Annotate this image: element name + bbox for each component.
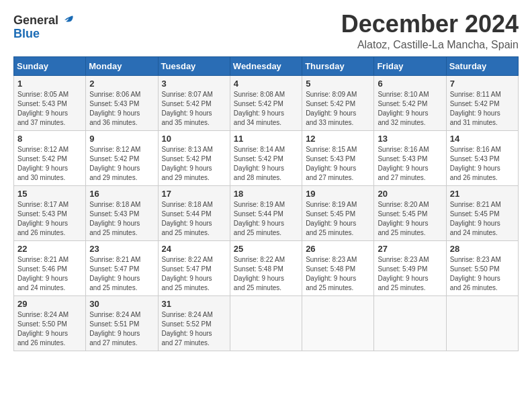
calendar-header-monday: Monday: [86, 56, 158, 75]
calendar-cell: 28Sunrise: 8:23 AM Sunset: 5:50 PM Dayli…: [446, 240, 518, 295]
day-detail: Sunrise: 8:22 AM Sunset: 5:47 PM Dayligh…: [162, 255, 226, 293]
calendar-cell: 30Sunrise: 8:24 AM Sunset: 5:51 PM Dayli…: [86, 295, 158, 351]
page-container: General Blue December 2024 Alatoz, Casti…: [0, 0, 532, 358]
calendar-cell: 12Sunrise: 8:15 AM Sunset: 5:43 PM Dayli…: [302, 130, 374, 185]
day-detail: Sunrise: 8:14 AM Sunset: 5:42 PM Dayligh…: [234, 145, 298, 183]
calendar-header-thursday: Thursday: [302, 56, 374, 75]
day-number: 6: [378, 79, 442, 89]
day-number: 14: [450, 134, 515, 144]
day-detail: Sunrise: 8:21 AM Sunset: 5:47 PM Dayligh…: [89, 255, 154, 293]
calendar-cell: 26Sunrise: 8:23 AM Sunset: 5:48 PM Dayli…: [302, 240, 374, 295]
day-detail: Sunrise: 8:19 AM Sunset: 5:44 PM Dayligh…: [234, 200, 298, 238]
day-number: 18: [234, 189, 298, 199]
day-detail: Sunrise: 8:21 AM Sunset: 5:46 PM Dayligh…: [17, 255, 82, 293]
calendar-header-row: SundayMondayTuesdayWednesdayThursdayFrid…: [14, 56, 519, 75]
calendar-cell: 17Sunrise: 8:18 AM Sunset: 5:44 PM Dayli…: [158, 185, 230, 240]
day-detail: Sunrise: 8:10 AM Sunset: 5:42 PM Dayligh…: [378, 90, 442, 128]
calendar-cell: 11Sunrise: 8:14 AM Sunset: 5:42 PM Dayli…: [230, 130, 302, 185]
calendar-cell: 22Sunrise: 8:21 AM Sunset: 5:46 PM Dayli…: [14, 240, 86, 295]
day-number: 2: [89, 79, 154, 89]
calendar-header-tuesday: Tuesday: [158, 56, 230, 75]
day-number: 30: [89, 299, 154, 309]
calendar-cell: 13Sunrise: 8:16 AM Sunset: 5:43 PM Dayli…: [374, 130, 446, 185]
day-number: 29: [17, 299, 82, 309]
location: Alatoz, Castille-La Mancha, Spain: [341, 39, 519, 51]
day-number: 24: [162, 244, 226, 254]
day-detail: Sunrise: 8:24 AM Sunset: 5:50 PM Dayligh…: [17, 310, 82, 348]
calendar-cell: 3Sunrise: 8:07 AM Sunset: 5:42 PM Daylig…: [158, 75, 230, 130]
day-detail: Sunrise: 8:23 AM Sunset: 5:49 PM Dayligh…: [378, 255, 442, 293]
calendar-cell: 25Sunrise: 8:22 AM Sunset: 5:48 PM Dayli…: [230, 240, 302, 295]
day-detail: Sunrise: 8:18 AM Sunset: 5:44 PM Dayligh…: [162, 200, 226, 238]
day-detail: Sunrise: 8:20 AM Sunset: 5:45 PM Dayligh…: [378, 200, 442, 238]
calendar-cell: 23Sunrise: 8:21 AM Sunset: 5:47 PM Dayli…: [86, 240, 158, 295]
day-detail: Sunrise: 8:06 AM Sunset: 5:43 PM Dayligh…: [89, 90, 154, 128]
calendar-cell: 15Sunrise: 8:17 AM Sunset: 5:43 PM Dayli…: [14, 185, 86, 240]
calendar-cell: [374, 295, 446, 351]
calendar-cell: 31Sunrise: 8:24 AM Sunset: 5:52 PM Dayli…: [158, 295, 230, 351]
day-detail: Sunrise: 8:21 AM Sunset: 5:45 PM Dayligh…: [450, 200, 515, 238]
calendar-cell: 27Sunrise: 8:23 AM Sunset: 5:49 PM Dayli…: [374, 240, 446, 295]
calendar-cell: 14Sunrise: 8:16 AM Sunset: 5:43 PM Dayli…: [446, 130, 518, 185]
day-number: 3: [162, 79, 226, 89]
day-detail: Sunrise: 8:05 AM Sunset: 5:43 PM Dayligh…: [17, 90, 82, 128]
calendar-cell: 29Sunrise: 8:24 AM Sunset: 5:50 PM Dayli…: [14, 295, 86, 351]
calendar-cell: 16Sunrise: 8:18 AM Sunset: 5:43 PM Dayli…: [86, 185, 158, 240]
logo: General Blue: [13, 13, 75, 41]
calendar-week-row: 15Sunrise: 8:17 AM Sunset: 5:43 PM Dayli…: [14, 185, 519, 240]
title-block: December 2024 Alatoz, Castille-La Mancha…: [341, 11, 519, 51]
day-number: 10: [162, 134, 226, 144]
calendar-header-wednesday: Wednesday: [230, 56, 302, 75]
calendar-cell: 1Sunrise: 8:05 AM Sunset: 5:43 PM Daylig…: [14, 75, 86, 130]
day-number: 23: [89, 244, 154, 254]
calendar-cell: 19Sunrise: 8:19 AM Sunset: 5:45 PM Dayli…: [302, 185, 374, 240]
day-number: 4: [234, 79, 298, 89]
day-number: 31: [162, 299, 226, 309]
day-number: 1: [17, 79, 82, 89]
calendar-cell: 24Sunrise: 8:22 AM Sunset: 5:47 PM Dayli…: [158, 240, 230, 295]
calendar-table: SundayMondayTuesdayWednesdayThursdayFrid…: [13, 56, 519, 351]
calendar-cell: 10Sunrise: 8:13 AM Sunset: 5:42 PM Dayli…: [158, 130, 230, 185]
day-number: 5: [306, 79, 370, 89]
logo-text: General: [13, 13, 75, 28]
day-number: 22: [17, 244, 82, 254]
day-detail: Sunrise: 8:11 AM Sunset: 5:42 PM Dayligh…: [450, 90, 515, 128]
calendar-cell: 5Sunrise: 8:09 AM Sunset: 5:42 PM Daylig…: [302, 75, 374, 130]
calendar-cell: 7Sunrise: 8:11 AM Sunset: 5:42 PM Daylig…: [446, 75, 518, 130]
calendar-cell: 8Sunrise: 8:12 AM Sunset: 5:42 PM Daylig…: [14, 130, 86, 185]
day-detail: Sunrise: 8:15 AM Sunset: 5:43 PM Dayligh…: [306, 145, 370, 183]
day-detail: Sunrise: 8:13 AM Sunset: 5:42 PM Dayligh…: [162, 145, 226, 183]
day-detail: Sunrise: 8:16 AM Sunset: 5:43 PM Dayligh…: [450, 145, 515, 183]
day-detail: Sunrise: 8:23 AM Sunset: 5:50 PM Dayligh…: [450, 255, 515, 293]
day-number: 11: [234, 134, 298, 144]
day-number: 12: [306, 134, 370, 144]
day-detail: Sunrise: 8:24 AM Sunset: 5:51 PM Dayligh…: [89, 310, 154, 348]
calendar-cell: 2Sunrise: 8:06 AM Sunset: 5:43 PM Daylig…: [86, 75, 158, 130]
day-number: 13: [378, 134, 442, 144]
day-number: 8: [17, 134, 82, 144]
calendar-header-saturday: Saturday: [446, 56, 518, 75]
day-detail: Sunrise: 8:08 AM Sunset: 5:42 PM Dayligh…: [234, 90, 298, 128]
calendar-cell: 20Sunrise: 8:20 AM Sunset: 5:45 PM Dayli…: [374, 185, 446, 240]
day-number: 7: [450, 79, 515, 89]
day-detail: Sunrise: 8:23 AM Sunset: 5:48 PM Dayligh…: [306, 255, 370, 293]
month-title: December 2024: [341, 11, 519, 38]
calendar-cell: 18Sunrise: 8:19 AM Sunset: 5:44 PM Dayli…: [230, 185, 302, 240]
day-detail: Sunrise: 8:22 AM Sunset: 5:48 PM Dayligh…: [234, 255, 298, 293]
day-detail: Sunrise: 8:19 AM Sunset: 5:45 PM Dayligh…: [306, 200, 370, 238]
calendar-header-friday: Friday: [374, 56, 446, 75]
day-number: 17: [162, 189, 226, 199]
header: General Blue December 2024 Alatoz, Casti…: [13, 11, 519, 51]
day-detail: Sunrise: 8:24 AM Sunset: 5:52 PM Dayligh…: [162, 310, 226, 348]
day-detail: Sunrise: 8:09 AM Sunset: 5:42 PM Dayligh…: [306, 90, 370, 128]
day-detail: Sunrise: 8:18 AM Sunset: 5:43 PM Dayligh…: [89, 200, 154, 238]
day-detail: Sunrise: 8:07 AM Sunset: 5:42 PM Dayligh…: [162, 90, 226, 128]
calendar-cell: [446, 295, 518, 351]
calendar-cell: [230, 295, 302, 351]
day-number: 27: [378, 244, 442, 254]
calendar-cell: 6Sunrise: 8:10 AM Sunset: 5:42 PM Daylig…: [374, 75, 446, 130]
day-number: 15: [17, 189, 82, 199]
day-number: 9: [89, 134, 154, 144]
calendar-week-row: 1Sunrise: 8:05 AM Sunset: 5:43 PM Daylig…: [14, 75, 519, 130]
day-number: 25: [234, 244, 298, 254]
